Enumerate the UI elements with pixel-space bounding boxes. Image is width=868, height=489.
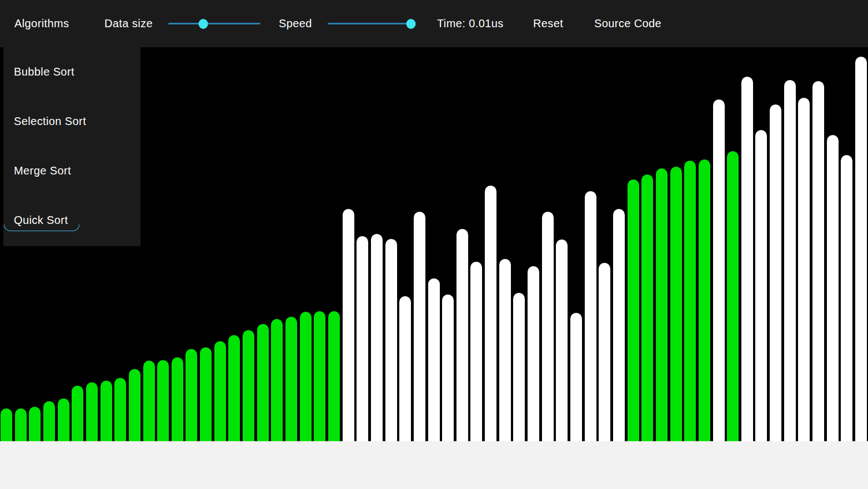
bar-sorted xyxy=(1,408,12,441)
speed-slider[interactable] xyxy=(328,0,415,47)
bar-unsorted xyxy=(741,77,753,441)
bar-sorted xyxy=(86,382,98,441)
bar-sorted xyxy=(271,319,283,441)
bar-sorted xyxy=(15,408,27,441)
bar-sorted xyxy=(285,317,297,441)
bar-unsorted xyxy=(513,293,525,441)
bar-unsorted xyxy=(841,155,852,441)
bar-unsorted xyxy=(428,278,440,441)
bar-unsorted xyxy=(770,104,781,441)
bar-sorted xyxy=(328,311,340,441)
bar-unsorted xyxy=(442,295,454,441)
bar-unsorted xyxy=(613,209,625,441)
source-code-link[interactable]: Source Code xyxy=(594,0,661,47)
bar-sorted xyxy=(129,369,141,441)
bar-sorted xyxy=(243,330,254,441)
bar-sorted xyxy=(72,386,83,441)
bar-sorted xyxy=(628,179,639,441)
bar-unsorted xyxy=(812,81,824,441)
bar-unsorted xyxy=(827,135,839,441)
bar-unsorted xyxy=(399,296,411,441)
algorithms-dropdown: Bubble Sort Selection Sort Merge Sort Qu… xyxy=(3,47,141,246)
bar-sorted xyxy=(314,311,325,441)
bar-sorted xyxy=(29,407,41,441)
time-display: Time: 0.01us xyxy=(437,0,504,47)
bar-unsorted xyxy=(713,99,725,441)
algorithms-menu-button[interactable]: Algorithms xyxy=(14,0,69,47)
data-size-slider-thumb[interactable] xyxy=(199,19,208,29)
menu-item-quick-sort[interactable]: Quick Sort xyxy=(3,196,141,245)
bar-sorted xyxy=(257,324,269,441)
bar-sorted xyxy=(58,398,69,441)
bar-unsorted xyxy=(343,209,354,441)
bar-sorted xyxy=(727,151,739,441)
data-size-slider[interactable] xyxy=(168,0,260,47)
bar-sorted xyxy=(699,159,710,441)
bar-sorted xyxy=(200,347,212,441)
speed-label: Speed xyxy=(279,0,312,47)
bar-sorted xyxy=(641,174,653,441)
bar-sorted xyxy=(684,161,696,441)
bar-unsorted xyxy=(755,130,767,441)
bar-unsorted xyxy=(798,98,810,441)
bar-unsorted xyxy=(542,212,554,441)
menu-item-bubble-sort[interactable]: Bubble Sort xyxy=(3,47,141,97)
bar-sorted xyxy=(101,381,112,441)
bar-sorted xyxy=(157,360,169,441)
bar-unsorted xyxy=(357,236,368,441)
bar-unsorted xyxy=(371,234,383,441)
data-size-label: Data size xyxy=(104,0,153,47)
bar-unsorted xyxy=(499,259,511,441)
speed-slider-track xyxy=(328,23,415,24)
bar-sorted xyxy=(670,167,682,441)
bar-unsorted xyxy=(470,262,482,441)
bar-unsorted xyxy=(585,191,596,441)
bar-sorted xyxy=(143,361,155,441)
speed-slider-thumb[interactable] xyxy=(407,19,416,29)
bar-unsorted xyxy=(784,80,796,441)
bar-unsorted xyxy=(528,266,539,441)
bar-sorted xyxy=(228,335,240,441)
menu-item-selection-sort[interactable]: Selection Sort xyxy=(3,97,141,146)
menu-item-merge-sort[interactable]: Merge Sort xyxy=(3,146,141,196)
data-size-slider-track xyxy=(168,23,260,24)
bar-unsorted xyxy=(385,239,397,441)
bar-sorted xyxy=(172,357,183,441)
bar-unsorted xyxy=(570,313,582,441)
bar-unsorted xyxy=(599,263,610,441)
bar-unsorted xyxy=(556,239,568,441)
bar-unsorted xyxy=(414,212,425,441)
bar-sorted xyxy=(656,168,668,441)
bar-unsorted xyxy=(456,229,468,441)
bar-sorted xyxy=(214,341,226,441)
bar-sorted xyxy=(300,312,312,441)
bar-sorted xyxy=(185,349,197,441)
bar-unsorted xyxy=(485,186,496,441)
footer-strip xyxy=(0,441,868,489)
active-item-underline xyxy=(4,224,79,231)
bar-sorted xyxy=(43,401,55,441)
navbar: Algorithms Data size Speed Time: 0.01us … xyxy=(0,0,868,47)
bar-unsorted xyxy=(855,57,867,441)
reset-button[interactable]: Reset xyxy=(533,0,563,47)
bar-sorted xyxy=(114,378,126,441)
